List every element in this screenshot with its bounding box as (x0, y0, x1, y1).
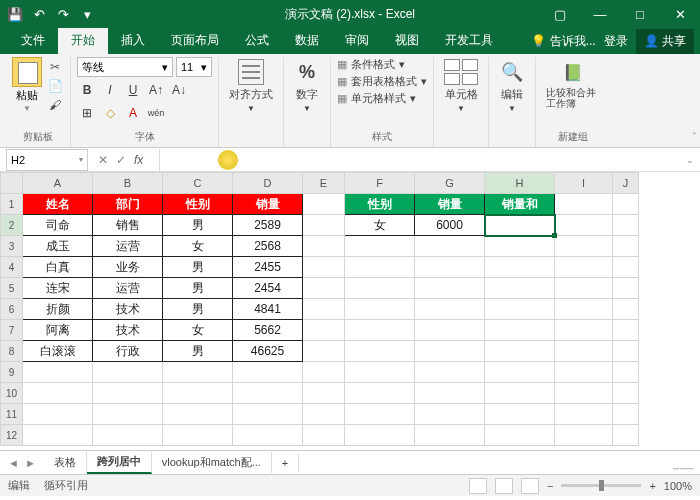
tab-insert[interactable]: 插入 (108, 27, 158, 54)
cell[interactable] (555, 278, 613, 299)
cell[interactable]: 折颜 (23, 299, 93, 320)
zoom-in-icon[interactable]: + (649, 480, 655, 492)
italic-button[interactable]: I (100, 80, 120, 100)
sheet-nav-prev-icon[interactable]: ◄ (8, 457, 19, 469)
cell[interactable]: 男 (163, 257, 233, 278)
row-header[interactable]: 1 (1, 194, 23, 215)
row-header[interactable]: 12 (1, 425, 23, 446)
cell[interactable]: 行政 (93, 341, 163, 362)
cell[interactable] (303, 320, 345, 341)
view-pagebreak-icon[interactable] (521, 478, 539, 494)
cell[interactable]: 司命 (23, 215, 93, 236)
zoom-out-icon[interactable]: − (547, 480, 553, 492)
cell[interactable]: 46625 (233, 341, 303, 362)
cell[interactable] (233, 383, 303, 404)
column-header[interactable]: B (93, 173, 163, 194)
sheet-tab[interactable]: vlookup和match配... (152, 452, 272, 473)
fx-icon[interactable]: fx (134, 153, 149, 167)
column-header[interactable]: C (163, 173, 233, 194)
cell[interactable] (163, 425, 233, 446)
cell[interactable] (613, 194, 639, 215)
cut-icon[interactable]: ✂ (46, 59, 64, 75)
cell[interactable] (613, 404, 639, 425)
sheet-nav-next-icon[interactable]: ► (25, 457, 36, 469)
cell[interactable] (613, 299, 639, 320)
cell[interactable] (303, 299, 345, 320)
cell[interactable]: 2589 (233, 215, 303, 236)
row-header[interactable]: 10 (1, 383, 23, 404)
cell[interactable] (345, 362, 415, 383)
minimize-icon[interactable]: ― (580, 0, 620, 28)
cell[interactable] (485, 362, 555, 383)
conditional-format-button[interactable]: ▦条件格式 ▾ (337, 57, 427, 72)
cell[interactable] (485, 425, 555, 446)
cell[interactable] (345, 425, 415, 446)
cell[interactable]: 销量 (415, 194, 485, 215)
cell[interactable] (555, 236, 613, 257)
paste-icon[interactable] (12, 57, 42, 87)
cell[interactable] (613, 278, 639, 299)
cell[interactable] (345, 236, 415, 257)
column-header[interactable]: E (303, 173, 345, 194)
name-box[interactable]: H2▾ (6, 149, 88, 171)
cell[interactable] (485, 404, 555, 425)
cell[interactable]: 男 (163, 299, 233, 320)
select-all-corner[interactable] (1, 173, 23, 194)
decrease-font-icon[interactable]: A↓ (169, 80, 189, 100)
phonetic-icon[interactable]: wén (146, 103, 166, 123)
cell[interactable] (163, 383, 233, 404)
expand-formula-icon[interactable]: ⌄ (680, 155, 700, 165)
column-header[interactable]: H (485, 173, 555, 194)
row-header[interactable]: 9 (1, 362, 23, 383)
font-name-combo[interactable]: 等线▾ (77, 57, 173, 77)
cell[interactable] (555, 299, 613, 320)
cell[interactable] (303, 257, 345, 278)
compare-merge-button[interactable]: 📗比较和合并工作簿 (542, 57, 604, 111)
cell[interactable] (303, 194, 345, 215)
cell[interactable] (23, 383, 93, 404)
sheet-tab[interactable]: 跨列居中 (87, 451, 152, 474)
cell[interactable]: 性别 (163, 194, 233, 215)
cell[interactable] (613, 320, 639, 341)
cell[interactable]: 销售 (93, 215, 163, 236)
column-header[interactable]: G (415, 173, 485, 194)
cell[interactable]: 6000 (415, 215, 485, 236)
fill-color-icon[interactable]: ◇ (100, 103, 120, 123)
bold-button[interactable]: B (77, 80, 97, 100)
cell[interactable]: 2455 (233, 257, 303, 278)
cell[interactable] (555, 404, 613, 425)
cell[interactable] (303, 215, 345, 236)
sheet-tab[interactable]: 表格 (44, 452, 87, 473)
cell[interactable] (555, 194, 613, 215)
login-link[interactable]: 登录 (604, 33, 628, 50)
spreadsheet-grid[interactable]: ABCDEFGHIJ1姓名部门性别销量性别销量销量和2司命销售男2589女600… (0, 172, 700, 450)
tab-data[interactable]: 数据 (282, 27, 332, 54)
cell[interactable] (303, 425, 345, 446)
cell[interactable] (303, 362, 345, 383)
tab-view[interactable]: 视图 (382, 27, 432, 54)
font-size-combo[interactable]: 11▾ (176, 57, 212, 77)
cell[interactable] (303, 383, 345, 404)
cell[interactable] (485, 341, 555, 362)
cell[interactable] (613, 215, 639, 236)
cell[interactable] (555, 320, 613, 341)
cell[interactable] (303, 278, 345, 299)
cancel-formula-icon[interactable]: ✕ (98, 153, 108, 167)
underline-button[interactable]: U (123, 80, 143, 100)
cell[interactable]: 男 (163, 278, 233, 299)
cell[interactable] (93, 362, 163, 383)
cell[interactable] (415, 341, 485, 362)
cell[interactable]: 性别 (345, 194, 415, 215)
cells-button[interactable]: 单元格▼ (440, 57, 482, 115)
edit-button[interactable]: 🔍编辑▼ (495, 57, 529, 115)
column-header[interactable]: I (555, 173, 613, 194)
cell[interactable]: 运营 (93, 278, 163, 299)
tab-home[interactable]: 开始 (58, 27, 108, 54)
cell[interactable]: 销量 (233, 194, 303, 215)
cell[interactable]: 男 (163, 215, 233, 236)
row-header[interactable]: 8 (1, 341, 23, 362)
cell-styles-button[interactable]: ▦单元格样式 ▾ (337, 91, 427, 106)
cell[interactable] (345, 383, 415, 404)
cell[interactable]: 运营 (93, 236, 163, 257)
cell[interactable] (93, 425, 163, 446)
